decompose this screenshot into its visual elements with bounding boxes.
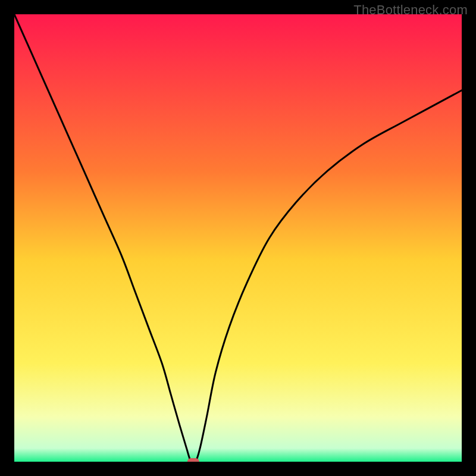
bottleneck-marker: [187, 458, 199, 462]
attribution-watermark: TheBottleneck.com: [353, 2, 468, 18]
chart-frame: TheBottleneck.com: [0, 0, 476, 476]
plot-svg: [14, 14, 462, 462]
gradient-background: [14, 14, 462, 462]
plot-area: [14, 14, 462, 462]
